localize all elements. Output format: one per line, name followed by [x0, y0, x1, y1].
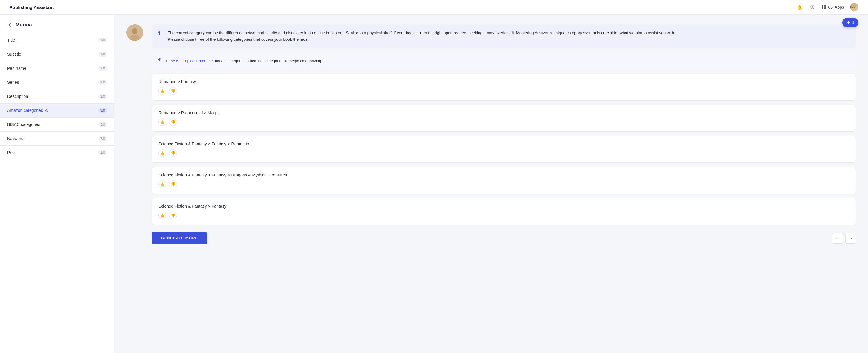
sidebar-item-pen-name[interactable]: Pen name 1/0 — [0, 62, 114, 75]
category-name: Romance > Fantasy — [158, 79, 849, 84]
sidebar-divider — [0, 117, 114, 118]
thumbs-up-button-0[interactable]: 👍 — [158, 87, 166, 95]
sidebar-divider — [0, 145, 114, 146]
user-menu[interactable]: Ewan — [850, 3, 859, 11]
info-icon[interactable]: ⓘ — [809, 4, 816, 10]
sidebar-badge: 1/0 — [98, 66, 107, 70]
kdp-link[interactable]: KDP upload interface — [176, 59, 213, 63]
thumbs-down-button-2[interactable]: 👎 — [169, 149, 177, 157]
category-actions: 👍 👎 — [158, 87, 849, 95]
nav-left: Publishing Assistant — [9, 5, 54, 10]
thumbs-up-button-1[interactable]: 👍 — [158, 118, 166, 126]
sidebar-item-label: BISAC categories — [7, 122, 40, 127]
sidebar-item-label: Keywords — [7, 136, 25, 141]
category-actions: 👍 👎 — [158, 180, 849, 188]
cursor-icon: ⊙ — [44, 109, 48, 113]
app-title: Publishing Assistant — [9, 5, 54, 10]
main-content: ℹ The correct category can be the differ… — [152, 24, 856, 344]
sidebar-item-title[interactable]: Title 1/0 — [0, 34, 114, 47]
sidebar-badge: 7/0 — [98, 136, 107, 141]
kdp-hint-icon — [157, 57, 162, 64]
thumbs-down-button-0[interactable]: 👎 — [169, 87, 177, 95]
thumbs-down-button-1[interactable]: 👎 — [169, 118, 177, 126]
apps-button[interactable]: 88 Apps — [822, 5, 844, 9]
sidebar-item-bisac-categories[interactable]: BISAC categories 3/0 — [0, 118, 114, 131]
category-name: Science Fiction & Fantasy > Fantasy > Dr… — [158, 173, 849, 177]
thumbs-down-button-3[interactable]: 👎 — [169, 180, 177, 188]
category-card-2: Science Fiction & Fantasy > Fantasy > Ro… — [152, 136, 856, 163]
next-button[interactable]: → — [845, 233, 856, 243]
apps-grid-icon — [822, 5, 827, 9]
sidebar-divider — [0, 47, 114, 47]
sidebar-badge: 1/0 — [98, 80, 107, 85]
sidebar-items-container: Title 1/0 Subtitle 1/0 Pen name 1/0 Seri… — [0, 34, 114, 159]
thumbs-up-button-2[interactable]: 👍 — [158, 149, 166, 157]
thumbs-up-button-4[interactable]: 👍 — [158, 211, 166, 219]
bottom-bar: GENERATE MORE ← → — [152, 232, 856, 244]
plus-badge[interactable]: ✦ 1 — [842, 18, 859, 27]
sidebar-item-subtitle[interactable]: Subtitle 1/0 — [0, 48, 114, 60]
sidebar-item-keywords[interactable]: Keywords 7/0 — [0, 132, 114, 145]
sidebar-badge: 1/0 — [98, 52, 107, 57]
sidebar-item-label: Price — [7, 150, 17, 155]
category-name: Science Fiction & Fantasy > Fantasy — [158, 204, 849, 208]
nav-right: 🔔 ⓘ 88 Apps Ewan — [797, 3, 859, 11]
info-circle-icon: ℹ — [158, 30, 164, 36]
category-card-4: Science Fiction & Fantasy > Fantasy 👍 👎 — [152, 198, 856, 225]
category-name: Romance > Paranormal > Magic — [158, 110, 849, 115]
category-actions: 👍 👎 — [158, 149, 849, 157]
sidebar-divider — [0, 89, 114, 89]
thumbs-down-button-4[interactable]: 👎 — [169, 211, 177, 219]
top-nav: Publishing Assistant 🔔 ⓘ 88 Apps Ewan — [0, 0, 868, 14]
kdp-hint-text: In the KDP upload interface, under 'Cate… — [165, 59, 322, 63]
content-area: ℹ The correct category can be the differ… — [115, 14, 868, 353]
sidebar-badge: 1/0 — [98, 38, 107, 42]
kdp-hint: In the KDP upload interface, under 'Cate… — [152, 54, 856, 68]
prev-button[interactable]: ← — [832, 233, 843, 243]
sidebar-item-series[interactable]: Series 1/0 — [0, 76, 114, 89]
sidebar-badge: 1/0 — [98, 150, 107, 155]
sidebar-title: Marina — [16, 22, 32, 28]
bell-icon[interactable]: 🔔 — [797, 4, 803, 10]
sidebar: Marina Title 1/0 Subtitle 1/0 Pen name 1… — [0, 14, 115, 353]
sidebar-item-price[interactable]: Price 1/0 — [0, 146, 114, 159]
sidebar-divider — [0, 103, 114, 104]
avatar-col — [126, 24, 144, 344]
category-card-0: Romance > Fantasy 👍 👎 — [152, 73, 856, 100]
svg-point-1 — [132, 28, 137, 34]
thumbs-up-button-3[interactable]: 👍 — [158, 180, 166, 188]
avatar — [126, 24, 143, 41]
sidebar-item-label: Series — [7, 80, 19, 85]
apps-count: 88 — [828, 5, 833, 9]
category-name: Science Fiction & Fantasy > Fantasy > Ro… — [158, 142, 849, 146]
category-card-3: Science Fiction & Fantasy > Fantasy > Dr… — [152, 167, 856, 194]
category-cards-container: Romance > Fantasy 👍 👎 Romance > Paranorm… — [152, 73, 856, 225]
sidebar-badge: 3/0 — [98, 108, 107, 113]
sidebar-item-label: Description — [7, 94, 28, 99]
main-layout: Marina Title 1/0 Subtitle 1/0 Pen name 1… — [0, 14, 868, 353]
sidebar-item-label: Title — [7, 38, 15, 42]
sidebar-item-amazon-categories[interactable]: Amazon categories ⊙ 3/0 — [0, 104, 114, 117]
plus-badge-label: 1 — [852, 20, 854, 25]
sidebar-badge: 3/0 — [98, 122, 107, 127]
apps-label: Apps — [835, 5, 844, 9]
info-text: The correct category can be the differen… — [168, 30, 675, 42]
back-button[interactable] — [7, 22, 12, 28]
nav-arrows: ← → — [832, 233, 856, 243]
sidebar-item-label: Pen name — [7, 66, 26, 70]
category-card-1: Romance > Paranormal > Magic 👍 👎 — [152, 105, 856, 131]
sidebar-item-label: Amazon categories ⊙ — [7, 108, 48, 113]
user-avatar: Ewan — [850, 3, 859, 11]
sidebar-badge: 1/0 — [98, 94, 107, 99]
plus-badge-icon: ✦ — [846, 20, 850, 25]
sidebar-divider — [0, 75, 114, 76]
category-actions: 👍 👎 — [158, 118, 849, 126]
sidebar-item-label: Subtitle — [7, 52, 21, 57]
sidebar-item-description[interactable]: Description 1/0 — [0, 90, 114, 102]
info-box: ℹ The correct category can be the differ… — [152, 24, 856, 48]
sidebar-divider — [0, 61, 114, 61]
sidebar-header: Marina — [0, 22, 114, 34]
category-actions: 👍 👎 — [158, 211, 849, 219]
generate-more-button[interactable]: GENERATE MORE — [152, 232, 207, 244]
